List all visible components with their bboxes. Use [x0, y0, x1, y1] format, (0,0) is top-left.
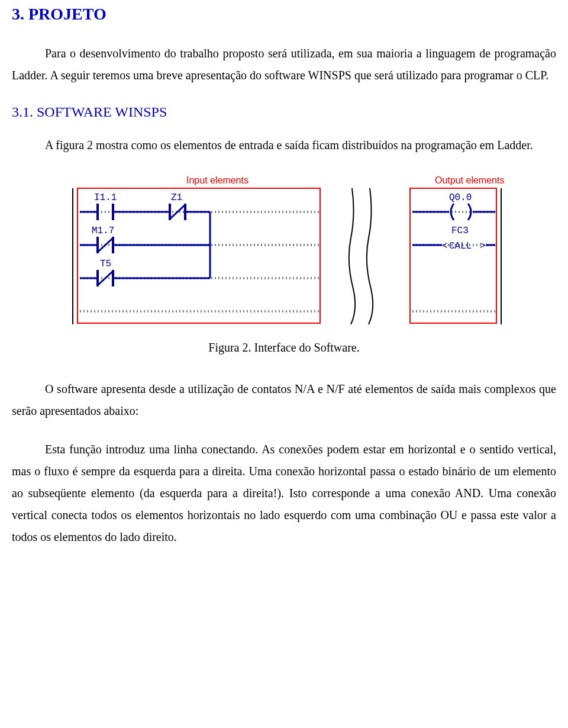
- paragraph-4: Esta função introduz uma linha conectand…: [12, 439, 556, 548]
- svg-text:T5: T5: [100, 259, 111, 269]
- label-input-elements: Input elements: [186, 175, 248, 185]
- svg-text:>: >: [480, 241, 486, 252]
- rung-dotted-bg: [80, 212, 495, 311]
- svg-text:Z1: Z1: [171, 192, 182, 203]
- paragraph-figure-intro: A figura 2 mostra como os elementos de e…: [12, 134, 556, 156]
- heading-software-winsps: 3.1. SOFTWARE WINSPS: [12, 104, 556, 120]
- figure-caption: Figura 2. Interface do Software.: [12, 341, 556, 355]
- ladder-svg: Input elements Output elements: [56, 173, 512, 327]
- output-fc3-call: < > FC3 CALL: [412, 226, 495, 252]
- contact-i11: I1.1: [94, 192, 117, 220]
- output-box: [410, 188, 496, 323]
- heading-projeto: 3. PROJETO: [12, 5, 556, 24]
- svg-text:I1.1: I1.1: [94, 192, 117, 203]
- contact-t5: T5: [98, 259, 113, 286]
- contact-z1: Z1: [170, 192, 185, 220]
- svg-line-28: [98, 271, 113, 285]
- contact-m17: M1.7: [92, 226, 114, 253]
- svg-text:CALL: CALL: [449, 241, 472, 252]
- svg-line-22: [98, 238, 113, 252]
- svg-text:M1.7: M1.7: [92, 226, 114, 236]
- svg-text:FC3: FC3: [451, 226, 469, 236]
- svg-text:Q0.0: Q0.0: [449, 192, 472, 203]
- label-output-elements: Output elements: [435, 175, 504, 185]
- figure-ladder-diagram: Input elements Output elements: [12, 173, 556, 327]
- break-line-right: [367, 188, 373, 324]
- output-q00: Q0.0: [412, 192, 495, 220]
- svg-text:<: <: [442, 241, 448, 252]
- paragraph-3: O software apresenta desde a utilização …: [12, 378, 556, 422]
- paragraph-intro: Para o desenvolvimento do trabalho propo…: [12, 43, 556, 86]
- break-line-left: [349, 188, 355, 324]
